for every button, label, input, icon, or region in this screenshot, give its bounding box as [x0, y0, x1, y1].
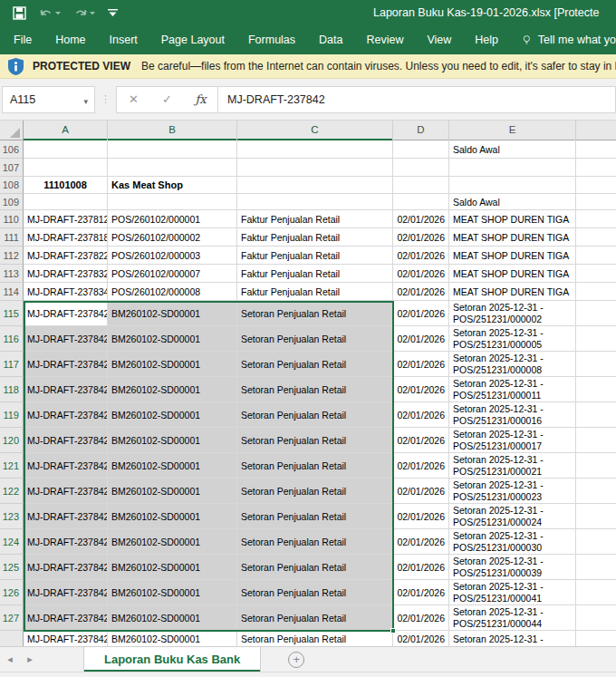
row-header-122[interactable]: 122 [0, 479, 24, 504]
cell-c108[interactable] [237, 177, 393, 194]
cell-e106[interactable]: Saldo Awal [449, 140, 576, 159]
cell-b127[interactable]: BM260102-SD00001 [108, 605, 237, 631]
cell-b112[interactable]: POS/260102/000003 [108, 247, 237, 265]
sheet-nav-next-icon[interactable]: ▸ [20, 653, 40, 665]
cell-e123[interactable]: Setoran 2025-12-31 -POS/251231/000024 [449, 504, 576, 529]
cell-b120[interactable]: BM260102-SD00001 [108, 428, 237, 453]
cell-e121[interactable]: Setoran 2025-12-31 -POS/251231/000021 [449, 453, 576, 479]
row-header-124[interactable]: 124 [0, 529, 24, 555]
cell-c124[interactable]: Setoran Penjualan Retail [237, 529, 393, 555]
cell-d109[interactable] [393, 194, 449, 210]
cell-f115[interactable] [576, 301, 616, 326]
ribbon-tab-formulas[interactable]: Formulas [236, 25, 307, 54]
cell-a116[interactable]: MJ-DRAFT-237842 [24, 326, 108, 352]
cell-b106[interactable] [108, 140, 237, 159]
cell-e120[interactable]: Setoran 2025-12-31 -POS/251231/000017 [449, 428, 576, 453]
name-box-dropdown-icon[interactable]: ▾ [83, 97, 88, 106]
insert-function-icon[interactable]: ƒx [184, 92, 217, 106]
row-header-120[interactable]: 120 [0, 428, 24, 453]
ribbon-tab-page-layout[interactable]: Page Layout [149, 25, 236, 54]
ribbon-tab-help[interactable]: Help [463, 25, 510, 54]
cell-d121[interactable]: 02/01/2026 [393, 453, 449, 479]
row-header-108[interactable]: 108 [0, 177, 24, 194]
enter-check-icon[interactable]: ✓ [150, 92, 184, 106]
cell-a122[interactable]: MJ-DRAFT-237842 [24, 479, 108, 504]
cell-a115[interactable]: MJ-DRAFT-237842 [24, 301, 108, 326]
cell-b123[interactable]: BM260102-SD00001 [108, 504, 237, 529]
column-header-f[interactable] [576, 121, 616, 140]
cell-b124[interactable]: BM260102-SD00001 [108, 529, 237, 555]
select-all-corner[interactable] [0, 121, 24, 140]
cell-d124[interactable]: 02/01/2026 [393, 529, 449, 555]
cell-f113[interactable] [576, 265, 616, 283]
cell-f111[interactable] [576, 228, 616, 247]
cell-b119[interactable]: BM260102-SD00001 [108, 402, 237, 428]
cell-b114[interactable]: POS/260102/000008 [108, 283, 237, 301]
ribbon-tab-home[interactable]: Home [43, 25, 97, 54]
cell-e119[interactable]: Setoran 2025-12-31 -POS/251231/000016 [449, 402, 576, 428]
cell-c117[interactable]: Setoran Penjualan Retail [237, 352, 393, 377]
cell-a118[interactable]: MJ-DRAFT-237842 [24, 377, 108, 402]
cell-c116[interactable]: Setoran Penjualan Retail [237, 326, 393, 352]
cell-c123[interactable]: Setoran Penjualan Retail [237, 504, 393, 529]
cell-d[interactable]: 02/01/2026 [393, 631, 449, 647]
sheet-nav-prev-icon[interactable]: ◂ [0, 653, 20, 665]
cell-a124[interactable]: MJ-DRAFT-237842 [24, 529, 108, 555]
column-header-c[interactable]: C [237, 121, 393, 140]
cell-b122[interactable]: BM260102-SD00001 [108, 479, 237, 504]
cell-e110[interactable]: MEAT SHOP DUREN TIGA [449, 210, 576, 228]
cell-a121[interactable]: MJ-DRAFT-237842 [24, 453, 108, 479]
cell-c112[interactable]: Faktur Penjualan Retail [237, 247, 393, 265]
cell-f106[interactable] [576, 140, 616, 159]
cell-d114[interactable]: 02/01/2026 [393, 283, 449, 301]
cell-f127[interactable] [576, 605, 616, 631]
cell-e115[interactable]: Setoran 2025-12-31 -POS/251231/000002 [449, 301, 576, 326]
cell-d115[interactable]: 02/01/2026 [393, 301, 449, 326]
cell-d123[interactable]: 02/01/2026 [393, 504, 449, 529]
cell-b113[interactable]: POS/260102/000007 [108, 265, 237, 283]
cell-e122[interactable]: Setoran 2025-12-31 -POS/251231/000023 [449, 479, 576, 504]
cell-e108[interactable] [449, 177, 576, 194]
cell-d113[interactable]: 02/01/2026 [393, 265, 449, 283]
cell-d125[interactable]: 02/01/2026 [393, 555, 449, 580]
column-header-d[interactable]: D [393, 121, 449, 140]
row-header-106[interactable]: 106 [0, 140, 24, 159]
cell-f107[interactable] [576, 159, 616, 177]
add-sheet-icon[interactable]: + [288, 652, 304, 668]
cell-a126[interactable]: MJ-DRAFT-237842 [24, 580, 108, 605]
cell-e111[interactable]: MEAT SHOP DUREN TIGA [449, 228, 576, 247]
cell-c[interactable]: Setoran Penjualan Retail [237, 631, 393, 647]
cell-f117[interactable] [576, 352, 616, 377]
row-header-107[interactable]: 107 [0, 159, 24, 177]
cell-a113[interactable]: MJ-DRAFT-237832 [24, 265, 108, 283]
cell-e112[interactable]: MEAT SHOP DUREN TIGA [449, 247, 576, 265]
customize-quick-access-icon[interactable] [108, 9, 118, 17]
cell-f122[interactable] [576, 479, 616, 504]
row-header-121[interactable]: 121 [0, 453, 24, 479]
cell-e117[interactable]: Setoran 2025-12-31 -POS/251231/000008 [449, 352, 576, 377]
cell-d118[interactable]: 02/01/2026 [393, 377, 449, 402]
row-header-116[interactable]: 116 [0, 326, 24, 352]
cell-a123[interactable]: MJ-DRAFT-237842 [24, 504, 108, 529]
cell-f123[interactable] [576, 504, 616, 529]
row-header-125[interactable]: 125 [0, 555, 24, 580]
cell-c125[interactable]: Setoran Penjualan Retail [237, 555, 393, 580]
row-header-partial[interactable] [0, 631, 24, 647]
cell-d122[interactable]: 02/01/2026 [393, 479, 449, 504]
cancel-icon[interactable]: ✕ [117, 92, 150, 106]
cell-d126[interactable]: 02/01/2026 [393, 580, 449, 605]
row-header-119[interactable]: 119 [0, 402, 24, 428]
cell-d111[interactable]: 02/01/2026 [393, 228, 449, 247]
cell-d110[interactable]: 02/01/2026 [393, 210, 449, 228]
cell-a110[interactable]: MJ-DRAFT-237812 [24, 210, 108, 228]
cell-b111[interactable]: POS/260102/000002 [108, 228, 237, 247]
cell-c127[interactable]: Setoran Penjualan Retail [237, 605, 393, 631]
cell-e124[interactable]: Setoran 2025-12-31 -POS/251231/000030 [449, 529, 576, 555]
cell-f121[interactable] [576, 453, 616, 479]
cell-d117[interactable]: 02/01/2026 [393, 352, 449, 377]
row-header-117[interactable]: 117 [0, 352, 24, 377]
cell-f118[interactable] [576, 377, 616, 402]
tell-me-box[interactable]: Tell me what yo [523, 33, 616, 47]
cell-b109[interactable] [108, 194, 237, 210]
cell-e107[interactable] [449, 159, 576, 177]
